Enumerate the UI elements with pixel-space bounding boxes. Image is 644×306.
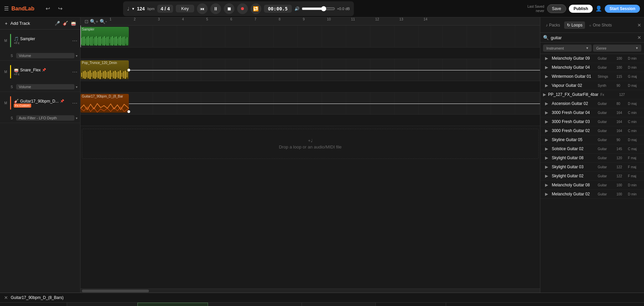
timeline-scrollbar[interactable] [80,289,540,293]
volume-dropdown-sampler[interactable]: Volume [16,53,74,58]
instrument-filter[interactable]: Instrument ▾ [543,45,592,52]
fx-effects-row: Spring Reverb ✕ 14.0 % ◎ Type American [67,303,644,306]
zoom-fit-button[interactable]: ⊡ [85,19,89,24]
loop-item[interactable]: ▶ Solstice Guitar 02 Guitar 145 C maj [540,144,644,154]
loop-item[interactable]: ▶ Melancholy Guitar 08 Guitar 100 D min [540,181,644,190]
loop-item[interactable]: ▶ 3000 Fresh Guitar 02 Guitar 164 C min [540,126,644,135]
track-more-snare[interactable]: ⋯ [72,69,77,75]
loop-item[interactable]: ▶ Skylight Guitar 03 Guitar 122 F maj [540,163,644,172]
loop-play-button[interactable]: ▶ [543,146,550,151]
loop-play-button[interactable]: ▶ [543,137,550,142]
svg-rect-27 [117,39,118,44]
loop-item[interactable]: ▶ Ascension Guitar 02 Guitar 80 D maj [540,99,644,108]
rewind-button[interactable]: ⏮ [197,3,208,14]
volume-dropdown-snare[interactable]: Volume [16,84,74,89]
track-more-guitar[interactable]: ⋯ [72,100,77,106]
svg-rect-4 [87,37,87,45]
loop-play-button[interactable]: ▶ [543,165,550,169]
loop-play-button[interactable]: ▶ [543,183,550,187]
loop-item[interactable]: ▶ Skylight Guitar 08 Guitar 120 F maj [540,154,644,163]
redo-button[interactable]: ↪ [56,4,64,13]
undo-button[interactable]: ↩ [44,4,52,13]
solo-button-guitar[interactable]: S [9,116,15,120]
save-button[interactable]: Save [547,4,566,13]
loop-item[interactable]: ▶ 3000 Fresh Guitar 03 Guitar 164 C min [540,117,644,126]
clip-snare[interactable]: Pop_Trvnce_120_Dmin [80,60,129,79]
loop-play-button[interactable]: ▶ [543,83,550,88]
timeline-scrollbar-thumb[interactable] [82,290,149,292]
loop-play-button[interactable]: ▶ [543,192,550,196]
instrument-icon[interactable]: 🎸 [63,21,68,26]
zoom-out-button[interactable]: 🔍- [100,19,107,24]
loop-play-button[interactable]: ▶ [543,110,550,115]
bpm-label: bpm [148,7,155,11]
volume-slider[interactable] [302,6,335,11]
loop-category: Guitar [598,120,614,124]
snare-handle[interactable] [127,69,130,71]
ruler-controls: ⊡ 🔍+ 🔍- [82,19,110,24]
mute-button-sampler[interactable]: M [3,39,9,43]
clip-guitar[interactable]: Guitar17_90bpm_D_(8_Bar [80,94,129,113]
zoom-in-button[interactable]: 🔍+ [90,19,98,24]
loop-item[interactable]: ▶ Skylight Guitar 02 Guitar 122 F maj [540,172,644,181]
record-button[interactable]: ⏺ [237,3,248,14]
loop-play-button[interactable]: ▶ [543,101,550,106]
search-input[interactable] [551,35,635,40]
fx-custom-badge: Fx Custom [14,104,31,108]
key-button[interactable]: Key [176,5,194,12]
track-more-sampler[interactable]: ⋯ [72,38,77,44]
add-track-button[interactable]: ＋ Add Track 🎤 🎸 🥁 [0,17,80,29]
clip-sampler[interactable]: Sampler [80,27,129,46]
pause-button[interactable]: ⏸ [210,3,221,14]
svg-rect-25 [115,37,115,46]
publish-button[interactable]: Publish [569,5,593,13]
loop-item[interactable]: ▶ Vapour Guitar 02 Synth 90 D maj [540,81,644,90]
ruler-num-11: 11 [351,17,355,21]
loop-button[interactable]: 🔁 [251,3,261,14]
loop-play-button[interactable]: ▶ [543,65,550,70]
hamburger-icon[interactable]: ☰ [4,5,9,12]
drop-zone[interactable]: +♩ Drop a loop or an audio/MIDI file [82,129,539,159]
search-clear-button[interactable]: ✕ [637,35,641,40]
tab-loops[interactable]: ↻ Loops [564,21,585,29]
guitar-handle[interactable] [127,110,130,113]
solo-button-sampler[interactable]: S [9,54,15,58]
tab-packs[interactable]: ♪ Packs [543,21,563,29]
time-signature[interactable]: 4 / 4 [157,5,173,13]
loop-item[interactable]: ▶ Melancholy Guitar 02 Guitar 100 D min [540,190,644,199]
mute-button-guitar[interactable]: M [3,101,9,105]
add-effect-button[interactable]: + Add Effect [376,303,446,306]
loop-item[interactable]: ▶ Skyline Guitar 05 Guitar 90 D maj [540,135,644,144]
loop-item[interactable]: ▶ 3000 Fresh Guitar 04 Guitar 164 C min [540,108,644,117]
mute-button-snare[interactable]: M [3,70,9,74]
genre-filter[interactable]: Genre ▾ [593,45,642,52]
track-fx-guitar: Fx Custom [14,104,71,107]
start-session-button[interactable]: Start Session [605,5,640,13]
fx-panel-close[interactable]: ✕ [4,295,8,300]
collaborator-icon[interactable]: 👤 [595,5,602,12]
solo-button-snare[interactable]: S [9,85,15,89]
loop-item[interactable]: ▶ Melancholy Guitar 04 Guitar 100 D min [540,63,644,72]
loop-play-button[interactable]: ▶ [543,156,550,160]
loop-category: Guitar [598,174,614,178]
loop-play-button[interactable]: ▶ [543,128,550,133]
loop-item[interactable]: ▶ PP_127_FX_GuitarFill_4bar Fx 127 [540,90,644,99]
loop-play-button[interactable]: ▶ [543,92,546,97]
loop-play-button[interactable]: ▶ [543,74,550,79]
loop-item[interactable]: ▶ Melancholy Guitar 09 Guitar 100 D min [540,54,644,63]
loop-item[interactable]: ▶ Wintermoon Guitar 01 Strings 115 G maj [540,72,644,81]
beat-icon[interactable]: 🥁 [71,21,76,26]
panel-close-button[interactable]: ✕ [637,22,641,28]
bpm-dropdown[interactable]: ▾ [132,6,134,11]
svg-rect-34 [127,37,127,45]
ruler-num-5: 5 [206,17,208,21]
tab-one-shots[interactable]: ⬦ One Shots [586,21,614,29]
stop-button[interactable]: ⏹ [224,3,234,14]
microphone-icon[interactable]: 🎤 [55,21,60,26]
autofilter-dropdown-guitar[interactable]: Auto Filter - LFO Depth [16,115,74,121]
loop-play-button[interactable]: ▶ [543,56,550,61]
loop-play-button[interactable]: ▶ [543,119,550,124]
loop-play-button[interactable]: ▶ [543,174,550,178]
svg-rect-0 [81,38,82,45]
bpm-value[interactable]: 124 [137,6,145,11]
